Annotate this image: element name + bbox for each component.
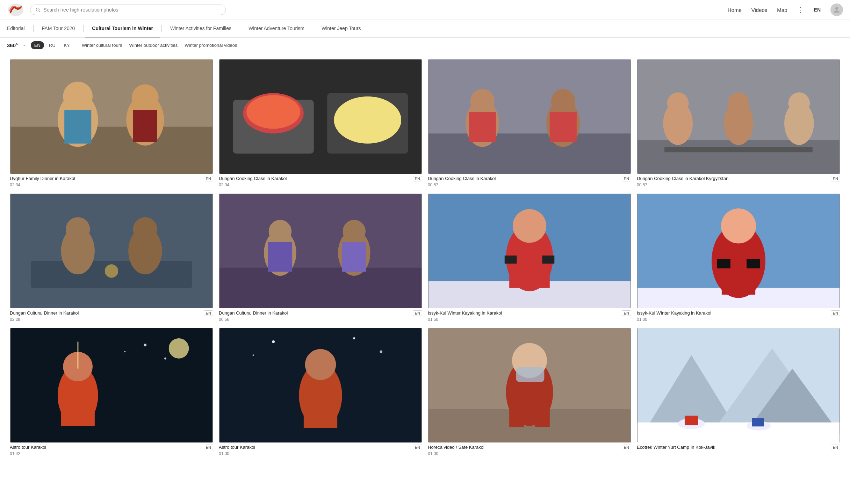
video-title-wrap: Astro tour Karakol01:42 — [10, 445, 201, 456]
search-bar[interactable] — [30, 5, 226, 15]
category-tab-winter-adventure[interactable]: Winter Adventure Tourism — [242, 20, 311, 37]
svg-point-45 — [269, 220, 291, 243]
svg-point-72 — [144, 344, 146, 346]
svg-rect-94 — [638, 422, 840, 442]
video-card[interactable]: Uyghur Family Dinner in Karakol02:34EN — [7, 57, 216, 191]
video-lang-badge: EN — [413, 445, 422, 450]
video-info: Dungan Cultural Dinner in Karakol00:56EN — [219, 308, 422, 323]
video-card[interactable]: Horeca video / Safe Karakol01:00EN — [425, 325, 634, 460]
svg-rect-87 — [516, 367, 544, 382]
header: Home Videos Map ⋮ EN — [0, 0, 850, 20]
video-thumbnail — [10, 328, 213, 442]
category-tab-winter-families[interactable]: Winter Activities for Families — [163, 20, 238, 37]
video-info: Dungan Cultural Dinner in Karakol02:28EN — [10, 308, 213, 323]
video-title-wrap: Dungan Cultural Dinner in Karakol00:56 — [219, 310, 410, 322]
video-title: Dungan Cooking Class in Karakol — [428, 176, 619, 182]
video-card[interactable]: Dungan Cultural Dinner in Karakol02:28EN — [7, 191, 216, 325]
video-duration: 02:34 — [10, 182, 201, 187]
video-title-wrap: Dungan Cooking Class in Karakol Kyrgyzst… — [637, 176, 828, 187]
video-card[interactable]: Dungan Cooking Class in Karakol02:04EN — [216, 57, 425, 191]
category-tab-winter-jeep[interactable]: Winter Jeep Tours — [315, 20, 368, 37]
lang-pill-en[interactable]: EN — [31, 41, 44, 49]
video-title: Dungan Cultural Dinner in Karakol — [10, 310, 201, 316]
svg-point-31 — [728, 92, 749, 114]
header-nav: Home Videos Map ⋮ EN — [728, 3, 843, 16]
svg-point-67 — [169, 338, 189, 358]
video-card[interactable]: Dungan Cooking Class in Karakol00:57EN — [425, 57, 634, 191]
more-menu-icon[interactable]: ⋮ — [797, 6, 804, 14]
logo[interactable] — [7, 3, 24, 17]
svg-rect-25 — [550, 112, 577, 142]
svg-point-48 — [343, 220, 366, 243]
video-card[interactable]: Dungan Cultural Dinner in Karakol00:56EN — [216, 191, 425, 325]
svg-point-7 — [63, 82, 93, 111]
lang-pills: ENRUKY — [31, 41, 73, 49]
video-title-wrap: Horeca video / Safe Karakol01:00 — [428, 445, 619, 456]
video-thumbnail — [219, 59, 422, 174]
video-lang-badge: EN — [204, 176, 213, 181]
avatar[interactable] — [830, 3, 843, 16]
filter-dash: - — [23, 43, 25, 48]
video-info: Dungan Cooking Class in Karakol02:04EN — [219, 174, 422, 188]
video-duration: 01:50 — [428, 317, 619, 322]
video-lang-badge: EN — [831, 310, 840, 316]
category-tab-cultural-tourism[interactable]: Cultural Tourism in Winter — [85, 20, 160, 37]
svg-point-17 — [334, 96, 402, 144]
video-duration: 00:57 — [637, 182, 828, 187]
video-title: Issyk-Kul Winter Kayaking in Karakol — [428, 310, 619, 316]
svg-rect-8 — [64, 110, 91, 143]
svg-point-82 — [253, 354, 254, 356]
nav-videos[interactable]: Videos — [751, 7, 768, 13]
video-duration: 02:04 — [219, 182, 410, 187]
video-title: Horeca video / Safe Karakol — [428, 445, 619, 451]
video-info: Horeca video / Safe Karakol01:00EN — [428, 442, 631, 457]
video-title-wrap: Dungan Cooking Class in Karakol00:57 — [428, 176, 619, 187]
tab-divider — [83, 25, 84, 32]
video-card[interactable]: Astro tour Karakol01:42EN — [7, 325, 216, 460]
nav-home[interactable]: Home — [728, 7, 742, 13]
filter-tag-1[interactable]: Winter outdoor activities — [129, 43, 178, 48]
tab-divider — [240, 25, 240, 32]
category-tab-editorial[interactable]: Editorial — [7, 20, 32, 37]
video-card[interactable]: Astro tour Karakol01:00EN — [216, 325, 425, 460]
video-info: Dungan Cooking Class in Karakol00:57EN — [428, 174, 631, 188]
svg-rect-34 — [664, 147, 813, 152]
video-info: Astro tour Karakol01:00EN — [219, 442, 422, 457]
video-card[interactable]: Ecotrek Winter Yurt Camp In Kok-JavikEN — [634, 325, 843, 460]
lang-pill-ky[interactable]: KY — [60, 41, 73, 49]
svg-point-29 — [667, 92, 689, 114]
video-thumbnail — [637, 59, 840, 174]
nav-map[interactable]: Map — [777, 7, 787, 13]
video-title: Astro tour Karakol — [10, 445, 201, 451]
svg-rect-5 — [10, 127, 212, 174]
language-selector[interactable]: EN — [814, 7, 821, 13]
tab-divider — [33, 25, 34, 32]
filter-tag-0[interactable]: Winter cultural tours — [82, 43, 122, 48]
video-info: Ecotrek Winter Yurt Camp In Kok-JavikEN — [637, 442, 840, 452]
video-title-wrap: Issyk-Kul Winter Kayaking in Karakol01:5… — [428, 310, 619, 322]
video-card[interactable]: Dungan Cooking Class in Karakol Kyrgyzst… — [634, 57, 843, 191]
video-card[interactable]: Issyk-Kul WInter Kayaking in Karakol01:0… — [634, 191, 843, 325]
lang-pill-ru[interactable]: RU — [45, 41, 59, 49]
video-duration: 00:57 — [428, 182, 619, 187]
tab-divider — [313, 25, 313, 32]
video-lang-badge: EN — [413, 176, 422, 181]
search-input[interactable] — [43, 7, 221, 13]
svg-rect-89 — [535, 390, 549, 427]
video-thumbnail — [219, 328, 422, 442]
svg-rect-11 — [133, 110, 157, 142]
video-title: Issyk-Kul WInter Kayaking in Karakol — [637, 310, 828, 316]
svg-rect-70 — [61, 389, 95, 426]
svg-point-74 — [124, 351, 126, 352]
search-icon — [35, 7, 41, 13]
video-thumbnail — [219, 194, 422, 308]
svg-rect-64 — [717, 259, 730, 268]
video-lang-badge: EN — [622, 310, 631, 316]
video-info: Astro tour Karakol01:42EN — [10, 442, 213, 457]
filter-tag-2[interactable]: Winter promotional videos — [185, 43, 237, 48]
category-tab-fam-tour[interactable]: FAM Tour 2020 — [35, 20, 82, 37]
svg-rect-46 — [268, 242, 292, 272]
svg-point-40 — [133, 217, 157, 242]
video-card[interactable]: Issyk-Kul Winter Kayaking in Karakol01:5… — [425, 191, 634, 325]
svg-point-38 — [66, 217, 90, 242]
